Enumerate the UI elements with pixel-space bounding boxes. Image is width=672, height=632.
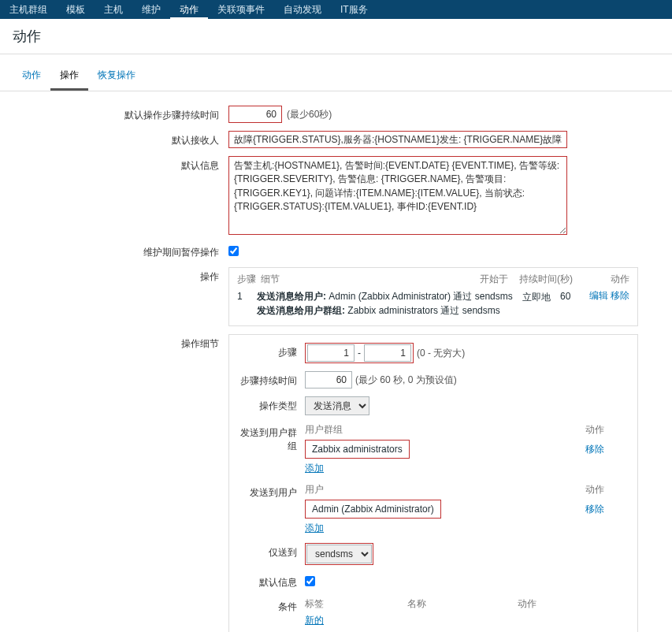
cond-head-name: 名称 bbox=[407, 597, 518, 611]
page-header: 动作 bbox=[0, 19, 672, 54]
dlabel-op-type: 操作类型 bbox=[240, 396, 305, 413]
label-recipient: 默认接收人 bbox=[16, 131, 228, 147]
nav-hosts[interactable]: 主机 bbox=[95, 0, 132, 19]
input-step-to[interactable] bbox=[364, 344, 411, 362]
nav-correlation[interactable]: 关联项事件 bbox=[208, 0, 274, 19]
send-user-head-action: 动作 bbox=[565, 483, 604, 496]
nav-discovery[interactable]: 自动发现 bbox=[274, 0, 331, 19]
label-default-msg: 默认信息 bbox=[16, 156, 228, 173]
input-detail-step-duration[interactable] bbox=[305, 371, 352, 388]
dlabel-step-duration: 步骤持续时间 bbox=[240, 371, 305, 388]
nav-hostgroups[interactable]: 主机群组 bbox=[0, 0, 57, 19]
cond-head-tag: 标签 bbox=[305, 597, 407, 611]
ops-head-detail: 细节 bbox=[261, 273, 480, 286]
send-group-remove[interactable]: 移除 bbox=[585, 444, 604, 455]
op-detail: 发送消息给用户: Admin (Zabbix Administrator) 通过… bbox=[257, 289, 522, 318]
send-user-add[interactable]: 添加 bbox=[305, 522, 324, 533]
page-title: 动作 bbox=[13, 27, 659, 46]
checkbox-detail-default-msg[interactable] bbox=[305, 576, 315, 586]
checkbox-maintenance[interactable] bbox=[228, 246, 239, 256]
ops-head-start: 开始于 bbox=[480, 273, 519, 286]
dlabel-conditions: 条件 bbox=[240, 597, 305, 614]
dlabel-detail-default-msg: 默认信息 bbox=[240, 573, 305, 589]
nav-actions[interactable]: 动作 bbox=[170, 0, 208, 19]
tabs: 动作 操作 恢复操作 bbox=[0, 62, 672, 91]
nav-templates[interactable]: 模板 bbox=[57, 0, 95, 19]
tab-action[interactable]: 动作 bbox=[13, 62, 50, 91]
hint-step-range: (0 - 无穷大) bbox=[417, 347, 465, 360]
input-step-duration[interactable] bbox=[228, 106, 282, 123]
op-duration: 60 bbox=[560, 289, 579, 318]
op-start: 立即地 bbox=[522, 289, 560, 318]
ops-head-action: 动作 bbox=[582, 273, 629, 286]
tab-recovery[interactable]: 恢复操作 bbox=[88, 62, 145, 91]
operation-row: 1 发送消息给用户: Admin (Zabbix Administrator) … bbox=[237, 289, 629, 318]
label-operation-detail: 操作细节 bbox=[16, 334, 228, 351]
send-user-value: Admin (Zabbix Administrator) bbox=[305, 500, 441, 519]
tab-operations[interactable]: 操作 bbox=[50, 62, 88, 91]
op-num: 1 bbox=[237, 289, 257, 318]
send-user-remove[interactable]: 移除 bbox=[585, 504, 604, 515]
cond-head-action: 动作 bbox=[518, 597, 604, 611]
dlabel-send-group: 发送到用户群组 bbox=[240, 423, 305, 453]
label-maintenance: 维护期间暂停操作 bbox=[16, 243, 228, 259]
send-group-head-action: 动作 bbox=[565, 423, 604, 437]
dlabel-send-user: 发送到用户 bbox=[240, 483, 305, 500]
conditions-table: 标签 名称 动作 新的 bbox=[305, 597, 604, 627]
top-nav: 主机群组 模板 主机 维护 动作 关联项事件 自动发现 IT服务 bbox=[0, 0, 672, 19]
send-group-table: 用户群组 动作 Zabbix administrators 移除 添加 bbox=[305, 423, 604, 475]
ops-head-duration: 持续时间(秒) bbox=[519, 273, 582, 286]
send-group-head-name: 用户群组 bbox=[305, 423, 565, 437]
operations-table: 步骤 细节 开始于 持续时间(秒) 动作 1 发送消息给用户: Admin (Z… bbox=[228, 267, 638, 326]
cond-new-link[interactable]: 新的 bbox=[305, 615, 324, 626]
select-op-type[interactable]: 发送消息 bbox=[305, 396, 369, 415]
nav-maintenance[interactable]: 维护 bbox=[132, 0, 170, 19]
op-edit-link[interactable]: 编辑 bbox=[589, 290, 608, 301]
label-step-duration: 默认操作步骤持续时间 bbox=[16, 106, 228, 122]
textarea-default-msg[interactable]: 告警主机:{HOSTNAME1}, 告警时间:{EVENT.DATE} {EVE… bbox=[228, 156, 567, 235]
step-dash: - bbox=[358, 348, 361, 359]
send-group-value: Zabbix administrators bbox=[305, 440, 410, 459]
nav-itservices[interactable]: IT服务 bbox=[331, 0, 377, 19]
form: 默认操作步骤持续时间 (最少60秒) 默认接收人 默认信息 告警主机:{HOST… bbox=[0, 91, 672, 632]
send-user-head-name: 用户 bbox=[305, 483, 565, 496]
send-user-table: 用户 动作 Admin (Zabbix Administrator) 移除 添加 bbox=[305, 483, 604, 535]
op-remove-link[interactable]: 移除 bbox=[611, 290, 629, 301]
ops-head-step: 步骤 bbox=[237, 273, 261, 286]
dlabel-send-via: 仅送到 bbox=[240, 543, 305, 560]
label-operations: 操作 bbox=[16, 267, 228, 284]
hint-step-duration: (最少60秒) bbox=[287, 108, 332, 121]
dlabel-step: 步骤 bbox=[240, 343, 305, 359]
hint-detail-step-duration: (最少 60 秒, 0 为预设值) bbox=[355, 374, 457, 387]
select-send-via[interactable]: sendsms bbox=[306, 545, 372, 563]
send-group-add[interactable]: 添加 bbox=[305, 463, 324, 474]
input-step-from[interactable] bbox=[307, 344, 355, 362]
operation-detail-box: 步骤 - (0 - 无穷大) 步骤持续时间 (最少 60 秒, bbox=[228, 334, 638, 632]
input-recipient[interactable] bbox=[228, 131, 567, 148]
